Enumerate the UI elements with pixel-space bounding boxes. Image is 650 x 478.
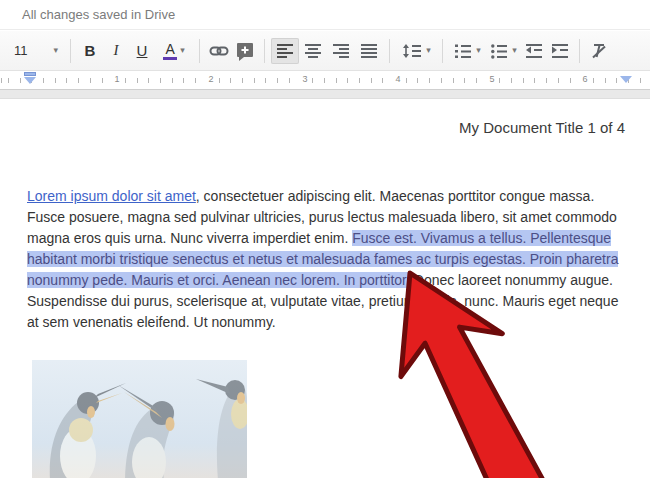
ruler-number: 6: [580, 74, 590, 84]
ruler-number: 4: [393, 74, 403, 84]
chevron-down-icon: ▾: [426, 46, 431, 55]
ruler-ticks: [0, 78, 650, 83]
font-size-select[interactable]: 11 ▾: [8, 38, 64, 64]
align-right-icon: [331, 41, 351, 61]
bold-button[interactable]: B: [77, 38, 103, 64]
insert-link-button[interactable]: [206, 38, 232, 64]
underline-button[interactable]: U: [129, 38, 155, 64]
toolbar-separator: [70, 39, 71, 63]
numbered-list-icon: [453, 41, 473, 61]
text-color-button[interactable]: A ▾: [155, 38, 193, 64]
ruler-number: 3: [300, 74, 310, 84]
decrease-indent-icon: [524, 41, 544, 61]
ruler-number: 1: [112, 74, 122, 84]
ruler-page-divider: [0, 90, 650, 99]
google-docs-window: { "status_bar": { "text": "All changes s…: [0, 0, 650, 478]
ruler: 1 2 3 4 5 6: [0, 71, 650, 90]
toolbar-separator: [199, 39, 200, 63]
align-left-icon: [275, 41, 295, 61]
ruler-number: 5: [487, 74, 497, 84]
align-center-icon: [303, 41, 323, 61]
chevron-down-icon: ▾: [180, 46, 185, 55]
chevron-down-icon: ▾: [53, 46, 58, 55]
toolbar-separator: [579, 39, 580, 63]
text-color-icon: A: [163, 42, 177, 60]
ruler-number: 2: [206, 74, 216, 84]
chevron-down-icon: ▾: [476, 46, 481, 55]
bulleted-list-icon: [489, 41, 509, 61]
chevron-down-icon: ▾: [512, 46, 517, 55]
toolbar-separator: [442, 39, 443, 63]
add-comment-bubble-icon: [234, 40, 256, 62]
line-spacing-icon: [401, 41, 423, 61]
left-indent-marker[interactable]: [24, 77, 36, 84]
document-canvas[interactable]: My Document Title 1 of 4 Lorem ipsum dol…: [0, 99, 650, 478]
clear-formatting-button[interactable]: [586, 38, 612, 64]
align-left-button[interactable]: [271, 38, 299, 64]
toolbar-separator: [389, 39, 390, 63]
align-right-button[interactable]: [327, 38, 355, 64]
align-center-button[interactable]: [299, 38, 327, 64]
right-indent-marker[interactable]: [620, 76, 632, 83]
bulleted-list-button[interactable]: ▾: [485, 38, 521, 64]
first-line-indent-marker[interactable]: [24, 72, 36, 76]
italic-button[interactable]: I: [103, 38, 129, 64]
increase-indent-icon: [550, 41, 570, 61]
status-bar: All changes saved in Drive: [0, 0, 650, 30]
toolbar: 11 ▾ B I U A ▾: [0, 31, 650, 71]
align-justify-icon: [359, 41, 379, 61]
save-status-text: All changes saved in Drive: [22, 7, 175, 22]
clear-formatting-icon: [589, 41, 609, 61]
document-header-title[interactable]: My Document Title 1 of 4: [0, 119, 625, 136]
insert-comment-button[interactable]: [232, 38, 258, 64]
line-spacing-button[interactable]: ▾: [396, 38, 436, 64]
decrease-indent-button[interactable]: [521, 38, 547, 64]
lorem-ipsum-link[interactable]: Lorem ipsum dolor sit amet: [27, 188, 196, 204]
align-justify-button[interactable]: [355, 38, 383, 64]
numbered-list-button[interactable]: ▾: [449, 38, 485, 64]
toolbar-separator: [264, 39, 265, 63]
penguins-image[interactable]: [32, 360, 247, 478]
increase-indent-button[interactable]: [547, 38, 573, 64]
font-size-value: 11: [14, 43, 28, 58]
chain-link-icon: [208, 40, 230, 62]
document-paragraph[interactable]: Lorem ipsum dolor sit amet, consectetuer…: [27, 186, 627, 333]
